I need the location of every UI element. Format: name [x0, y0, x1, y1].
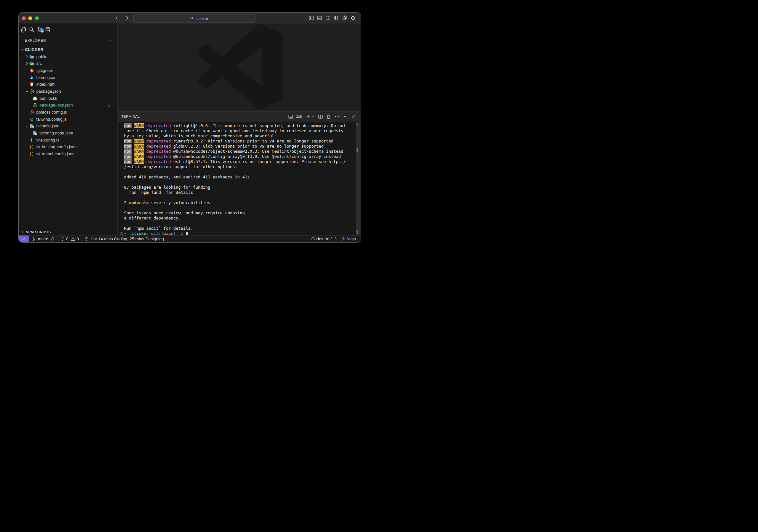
terminal-line: run `npm fund` for details: [124, 190, 357, 195]
terminal-segment-npm: npm: [124, 159, 132, 164]
terminal-line: a different dependency.: [124, 216, 357, 221]
close-window-button[interactable]: [22, 17, 26, 20]
terminal-output[interactable]: npm WARN deprecated inflight@1.0.6: This…: [118, 121, 357, 235]
terminal-segment-y: moderate: [129, 200, 149, 205]
database-view-icon[interactable]: [44, 25, 52, 34]
ninja-status[interactable]: Ninja: [346, 237, 356, 241]
explorer-icon[interactable]: [19, 25, 28, 34]
terminal-line: by a key value, which is much more compr…: [124, 133, 357, 139]
command-decoration-mark: [357, 148, 358, 152]
terminal-scrollbar[interactable]: [356, 121, 361, 235]
file-icon-folder-src: [29, 61, 34, 66]
zoom-window-button[interactable]: [35, 17, 39, 20]
terminal-line: [124, 221, 357, 226]
tree-item-package.json[interactable]: package.json: [18, 88, 118, 95]
explorer-more-actions-icon[interactable]: [108, 38, 113, 43]
chevron-right-icon: [20, 230, 24, 234]
navigate-forward-icon[interactable]: [123, 16, 129, 20]
terminal-line: [124, 180, 357, 185]
traffic-lights: [22, 17, 39, 20]
terminal-line: 2 moderate severity vulnerabilities: [124, 200, 357, 205]
terminal-segment-pbranch: main: [163, 231, 173, 236]
remote-indicator[interactable]: [18, 236, 29, 242]
toggle-panel-icon[interactable]: [316, 14, 324, 22]
tree-item-public[interactable]: public: [18, 53, 118, 60]
activity-bar: 1: [18, 25, 118, 34]
file-label: index.html: [36, 82, 55, 87]
terminal-dropdown-icon[interactable]: [311, 115, 315, 118]
tree-item-biome.json[interactable]: biome.json: [18, 74, 118, 81]
tab-terminal[interactable]: TERMINAL: [121, 112, 140, 121]
toggle-secondary-sidebar-icon[interactable]: [324, 14, 332, 22]
navigate-back-icon[interactable]: [115, 16, 120, 20]
customize-layout-icon[interactable]: [332, 14, 340, 22]
kill-terminal-icon[interactable]: [326, 114, 331, 119]
terminal-segment-dep: deprecated: [146, 139, 171, 144]
file-icon-vite: [29, 138, 34, 143]
terminal-segment-warn: WARN: [134, 154, 144, 159]
terminal-segment-npm: npm: [124, 123, 132, 128]
new-terminal-icon[interactable]: [306, 114, 311, 119]
terminal-segment-warn: WARN: [134, 139, 144, 144]
scrollbar-thumb[interactable]: [357, 230, 358, 234]
file-icon-braces: [29, 151, 34, 156]
command-center-search[interactable]: clicker: [133, 14, 256, 22]
problems-status[interactable]: 0 0: [60, 237, 79, 241]
terminal-panel: TERMINAL zsh npm WARN deprecated infligh…: [118, 111, 361, 236]
file-label: package.json: [36, 89, 61, 94]
tree-item-package-lock.json[interactable]: package-lock.jsonU: [18, 102, 118, 109]
tree-item-vk-hosting-config.json[interactable]: vk-hosting-config.json: [18, 144, 118, 150]
minimize-window-button[interactable]: [28, 17, 32, 20]
tree-item-tailwind.config.js[interactable]: tailwind.config.js: [18, 116, 118, 123]
tree-item-postcss.config.js[interactable]: postcss.config.js: [18, 109, 118, 116]
tree-item-tsconfig.node.json[interactable]: tsconfig.node.json: [18, 130, 118, 137]
terminal-line: npm WARN deprecated inflight@1.0.6: This…: [124, 123, 357, 128]
split-terminal-icon[interactable]: [318, 114, 323, 119]
source-control-icon[interactable]: 1: [36, 25, 44, 34]
npm-scripts-section[interactable]: NPM SCRIPTS: [18, 229, 118, 236]
chevron-right-icon: [24, 61, 29, 66]
tree-item-.gitignore[interactable]: .gitignore: [18, 67, 118, 74]
command-decoration-circle: [120, 232, 123, 235]
file-label: package-lock.json: [40, 103, 73, 108]
chevron-right-icon: [24, 54, 29, 59]
tree-item-vk-tunnel-config.json[interactable]: vk-tunnel-config.json: [18, 150, 118, 157]
close-panel-icon[interactable]: [351, 114, 356, 119]
account-icon[interactable]: [340, 14, 349, 22]
maximize-panel-icon[interactable]: [343, 114, 348, 119]
terminal-line: /eslint.org/version-support for other op…: [124, 164, 357, 169]
terminal-line: [124, 169, 357, 175]
git-branch-status[interactable]: main*: [32, 237, 55, 241]
file-label: bun.lockb: [40, 96, 57, 101]
tree-item-vite.config.ts[interactable]: vite.config.ts: [18, 137, 118, 144]
file-label: vk-hosting-config.json: [36, 145, 77, 150]
terminal-segment-dep: deprecated: [146, 159, 171, 164]
vscode-window: clicker 1 EXPLORER: [18, 12, 361, 243]
tree-item-src[interactable]: src: [18, 60, 118, 67]
active-view-underline: [20, 35, 28, 35]
terminal-line: Some issues need review, and may require…: [124, 211, 357, 216]
panel-header: TERMINAL zsh: [118, 112, 361, 122]
terminal-line: use it. Check out lru-cache if you want …: [124, 128, 357, 133]
warnings-icon: [71, 237, 75, 241]
titlebar-actions: [307, 13, 357, 23]
toggle-sidebar-icon[interactable]: [307, 14, 316, 22]
tree-item-tsconfig.json[interactable]: tsconfig.json: [18, 122, 118, 130]
time-tracker-status[interactable]: 1 hr 14 mins Coding, 25 mins Designing: [85, 237, 164, 241]
file-icon-braces: [29, 145, 34, 150]
file-label: postcss.config.js: [36, 110, 67, 115]
titlebar: clicker: [18, 13, 361, 23]
settings-gear-icon[interactable]: [349, 14, 357, 22]
tree-item-bun.lockb[interactable]: bun.lockb: [18, 95, 118, 102]
codeium-status[interactable]: Codeium: {...}: [311, 237, 337, 241]
tree-root-folder[interactable]: CLICKER: [18, 46, 118, 53]
file-icon-html: [29, 82, 34, 87]
file-icon-tsconfig: [29, 123, 34, 129]
command-decoration-mark: [357, 123, 358, 125]
terminal-segment-px: ✗: [181, 231, 183, 236]
panel-more-actions-icon[interactable]: [334, 114, 339, 119]
file-icon-bun: [32, 96, 38, 101]
tree-item-index.html[interactable]: index.html: [18, 81, 118, 88]
search-view-icon[interactable]: [28, 25, 36, 34]
git-status-badge: U: [108, 103, 110, 108]
